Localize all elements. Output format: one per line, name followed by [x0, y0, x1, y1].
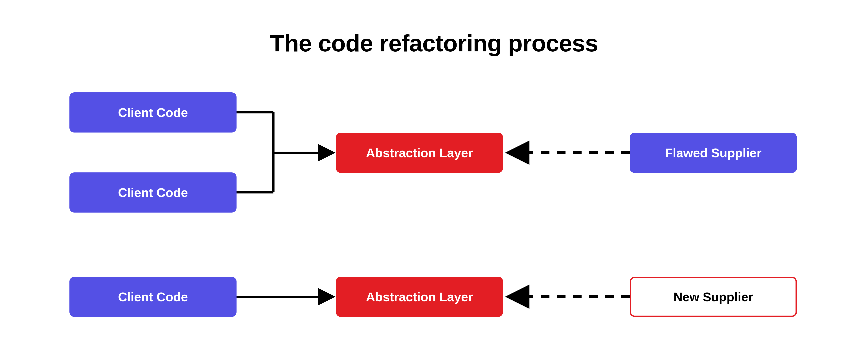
client-code-box-1: Client Code: [69, 92, 237, 132]
client-code-box-2: Client Code: [69, 172, 237, 213]
diagram-title: The code refactoring process: [0, 29, 868, 57]
client-code-box-3: Client Code: [69, 277, 237, 317]
new-supplier-box: New Supplier: [630, 277, 797, 317]
flawed-supplier-box: Flawed Supplier: [630, 133, 797, 173]
abstraction-layer-box-1: Abstraction Layer: [336, 133, 503, 173]
abstraction-layer-box-2: Abstraction Layer: [336, 277, 503, 317]
